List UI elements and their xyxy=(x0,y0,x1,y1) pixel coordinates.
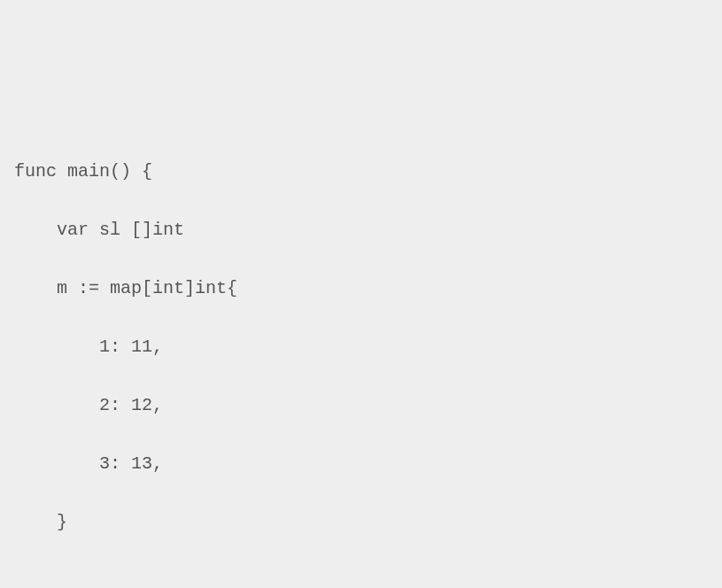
code-line: } xyxy=(14,507,708,537)
code-line: 1: 11, xyxy=(14,332,708,361)
code-line: m := map[int]int{ xyxy=(14,274,708,303)
code-line: 3: 13, xyxy=(14,449,708,478)
code-block: func main() { var sl []int m := map[int]… xyxy=(14,128,708,588)
code-line: func main() { xyxy=(14,157,708,186)
code-line: var sl []int xyxy=(14,215,708,244)
code-line: 2: 12, xyxy=(14,391,708,420)
